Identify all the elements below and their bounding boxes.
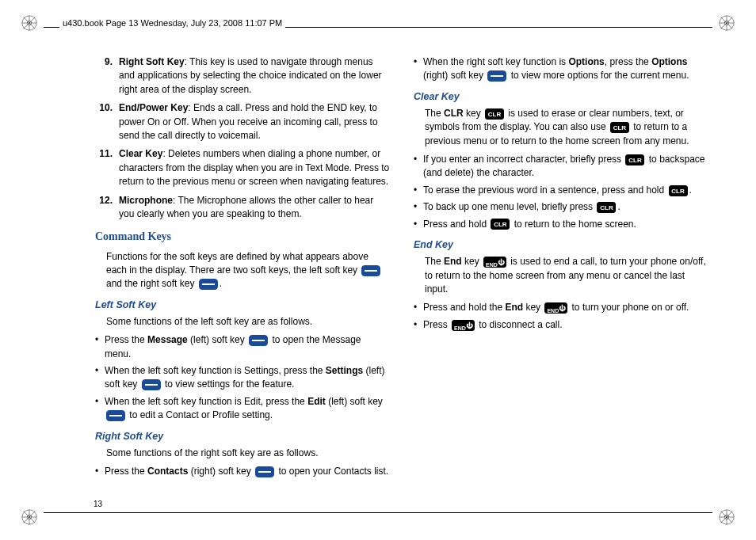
end-para: The End key END⏻ is used to end a call, … bbox=[425, 255, 708, 296]
list-item-11: 11. Clear Key: Deletes numbers when dial… bbox=[95, 147, 390, 188]
list-term: Clear Key bbox=[119, 148, 162, 159]
right-soft-key-icon bbox=[487, 70, 506, 82]
heading-end-key: End Key bbox=[414, 238, 708, 252]
clr-key-icon: CLR bbox=[491, 219, 510, 230]
bullet-item: •When the left soft key function is Edit… bbox=[95, 395, 390, 423]
left-soft-key-icon bbox=[106, 410, 125, 421]
left-intro: Some functions of the left soft key are … bbox=[106, 315, 390, 329]
clr-key-icon: CLR bbox=[669, 185, 688, 196]
list-term: End/Power Key bbox=[119, 102, 188, 113]
bullet-item: •Press the Message (left) soft key to op… bbox=[95, 333, 390, 361]
list-term: Right Soft Key bbox=[119, 56, 185, 67]
list-number: 11. bbox=[95, 147, 119, 188]
end-key-icon: END⏻ bbox=[544, 302, 567, 314]
list-number: 12. bbox=[95, 194, 119, 222]
right-intro: Some functions of the right soft key are… bbox=[106, 447, 390, 460]
left-soft-key-icon bbox=[249, 335, 268, 346]
bullet-item: •Press END⏻ to disconnect a call. bbox=[414, 318, 708, 332]
corner-ornament-icon bbox=[718, 14, 735, 32]
bullet-item: •When the left soft key function is Sett… bbox=[95, 364, 390, 392]
bullet-item: •If you enter an incorrect character, br… bbox=[414, 153, 708, 181]
list-item-10: 10. End/Power Key: Ends a call. Press an… bbox=[95, 101, 390, 143]
clr-key-icon: CLR bbox=[485, 108, 504, 120]
clr-key-icon: CLR bbox=[597, 202, 616, 213]
page-body: 9. Right Soft Key: This key is used to n… bbox=[95, 55, 708, 492]
header-meta: u430.book Page 13 Wednesday, July 23, 20… bbox=[59, 18, 285, 28]
list-term: Microphone bbox=[119, 195, 173, 206]
list-item-12: 12. Microphone: The Microphone allows th… bbox=[95, 194, 390, 222]
end-key-icon: END⏻ bbox=[483, 257, 506, 268]
list-item-9: 9. Right Soft Key: This key is used to n… bbox=[95, 55, 390, 97]
clear-para: The CLR key CLR is used to erase or clea… bbox=[425, 107, 708, 148]
right-soft-key-icon bbox=[199, 279, 218, 290]
end-key-icon: END⏻ bbox=[452, 320, 475, 331]
corner-ornament-icon bbox=[21, 508, 38, 526]
bullet-item: •Press and hold CLR to return to the hom… bbox=[414, 218, 708, 231]
bullet-item: •When the right soft key function is Opt… bbox=[414, 55, 708, 83]
bullet-item: •To back up one menu level, briefly pres… bbox=[414, 200, 708, 214]
left-soft-key-icon bbox=[142, 379, 161, 390]
list-number: 9. bbox=[95, 55, 119, 97]
page-number: 13 bbox=[94, 500, 102, 508]
bullet-item: •To erase the previous word in a sentenc… bbox=[414, 184, 708, 197]
bullet-item: •Press the Contacts (right) soft key to … bbox=[95, 465, 390, 478]
list-number: 10. bbox=[95, 101, 119, 143]
corner-ornament-icon bbox=[718, 508, 735, 526]
bullet-item: •Press and hold the End key END⏻ to turn… bbox=[414, 301, 708, 314]
corner-ornament-icon bbox=[21, 14, 38, 32]
clr-key-icon: CLR bbox=[625, 154, 644, 165]
right-soft-key-icon bbox=[255, 466, 274, 477]
command-keys-para: Functions for the soft keys are defined … bbox=[106, 250, 390, 291]
clr-key-icon: CLR bbox=[610, 122, 629, 133]
heading-right-soft-key: Right Soft Key bbox=[95, 429, 390, 443]
heading-left-soft-key: Left Soft Key bbox=[95, 298, 390, 312]
heading-command-keys: Command Keys bbox=[95, 229, 390, 245]
bottom-divider bbox=[44, 512, 712, 513]
left-soft-key-icon bbox=[361, 265, 380, 276]
heading-clear-key: Clear Key bbox=[414, 89, 708, 104]
